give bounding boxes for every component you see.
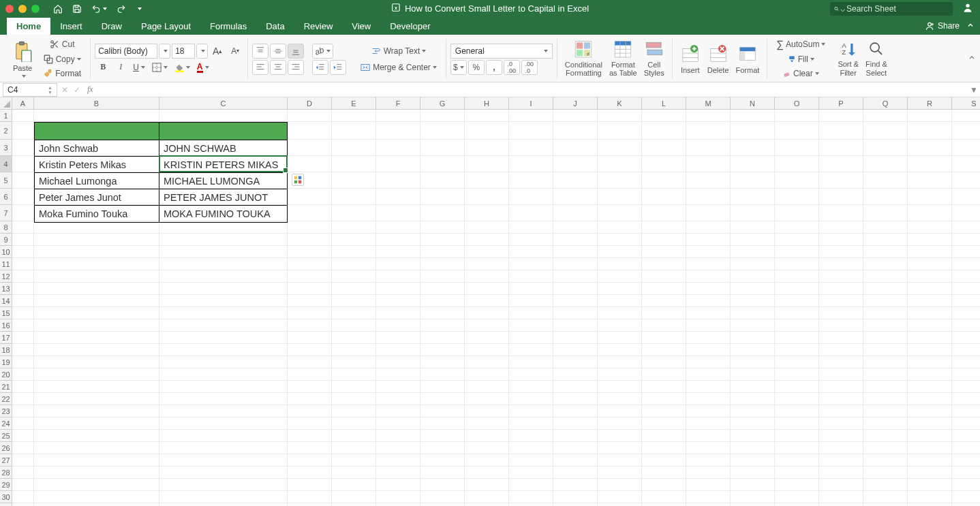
cell-G27[interactable]	[420, 454, 465, 467]
cell-P4[interactable]	[819, 156, 863, 172]
cell-E31[interactable]	[332, 503, 376, 506]
row-header-2[interactable]: 2	[0, 122, 12, 140]
cell-J4[interactable]	[553, 156, 598, 172]
cell-F16[interactable]	[376, 319, 420, 332]
comma-button[interactable]: ,	[486, 60, 502, 75]
format-painter-button[interactable]: Format	[38, 67, 86, 80]
cell-I17[interactable]	[509, 332, 553, 344]
cell-B27[interactable]	[34, 454, 159, 467]
cell-G31[interactable]	[420, 503, 465, 506]
col-header-H[interactable]: H	[465, 97, 509, 110]
cell-S24[interactable]	[952, 417, 980, 430]
col-header-O[interactable]: O	[775, 97, 819, 110]
cell-G28[interactable]	[420, 467, 465, 479]
cell-S6[interactable]	[952, 189, 980, 205]
cell-O15[interactable]	[775, 307, 819, 319]
cell-N13[interactable]	[731, 283, 775, 295]
cell-B8[interactable]	[34, 221, 159, 234]
cell-J12[interactable]	[553, 270, 598, 283]
cell-O22[interactable]	[775, 393, 819, 405]
autofill-options-button[interactable]	[292, 174, 304, 186]
cell-O28[interactable]	[775, 467, 819, 479]
increase-font-button[interactable]: A▴	[209, 44, 226, 59]
format-cells-button[interactable]: Format	[732, 37, 763, 80]
cell-I26[interactable]	[509, 442, 553, 454]
cell-O30[interactable]	[775, 491, 819, 503]
cell-R27[interactable]	[908, 454, 952, 467]
cell-S27[interactable]	[952, 454, 980, 467]
cell-B15[interactable]	[34, 307, 159, 319]
cell-C22[interactable]	[159, 393, 288, 405]
cell-D13[interactable]	[288, 283, 332, 295]
row-header-22[interactable]: 22	[0, 393, 12, 405]
cell-S1[interactable]	[952, 110, 980, 122]
row-header-29[interactable]: 29	[0, 479, 12, 491]
cell-P18[interactable]	[819, 344, 863, 356]
cell-K19[interactable]	[598, 356, 642, 368]
cell-G6[interactable]	[420, 189, 465, 205]
cell-styles-button[interactable]: Cell Styles	[641, 37, 668, 80]
cell-P11[interactable]	[819, 258, 863, 270]
cell-Q27[interactable]	[863, 454, 908, 467]
cell-L6[interactable]	[642, 189, 686, 205]
cell-S3[interactable]	[952, 140, 980, 156]
cell-K30[interactable]	[598, 491, 642, 503]
cell-B28[interactable]	[34, 467, 159, 479]
clear-button[interactable]: Clear	[771, 67, 830, 80]
cell-P5[interactable]	[819, 172, 863, 189]
cell-F4[interactable]	[376, 156, 420, 172]
row-header-6[interactable]: 6	[0, 189, 12, 205]
cell-M18[interactable]	[686, 344, 731, 356]
home-icon[interactable]	[53, 4, 63, 14]
cell-O3[interactable]	[775, 140, 819, 156]
cell-R29[interactable]	[908, 479, 952, 491]
cell-J1[interactable]	[553, 110, 598, 122]
zoom-window-button[interactable]	[31, 5, 40, 13]
col-header-A[interactable]: A	[12, 97, 34, 110]
spreadsheet-grid[interactable]: ABCDEFGHIJKLMNOPQRS 12345678910111213141…	[0, 97, 980, 506]
cell-G9[interactable]	[420, 234, 465, 246]
tab-insert[interactable]: Insert	[50, 18, 92, 35]
cell-A19[interactable]	[12, 356, 34, 368]
cell-G20[interactable]	[420, 368, 465, 381]
cell-R18[interactable]	[908, 344, 952, 356]
cell-M10[interactable]	[686, 246, 731, 258]
table-header-C[interactable]	[159, 123, 287, 140]
cell-D20[interactable]	[288, 368, 332, 381]
cell-M16[interactable]	[686, 319, 731, 332]
cell-B25[interactable]	[34, 430, 159, 442]
cell-K12[interactable]	[598, 270, 642, 283]
cell-P13[interactable]	[819, 283, 863, 295]
cell-E25[interactable]	[332, 430, 376, 442]
cell-N17[interactable]	[731, 332, 775, 344]
cell-A26[interactable]	[12, 442, 34, 454]
cell-O4[interactable]	[775, 156, 819, 172]
cell-N20[interactable]	[731, 368, 775, 381]
cell-C23[interactable]	[159, 405, 288, 417]
row-header-5[interactable]: 5	[0, 172, 12, 189]
col-header-L[interactable]: L	[642, 97, 686, 110]
cell-H1[interactable]	[465, 110, 509, 122]
cell-L28[interactable]	[642, 467, 686, 479]
decrease-font-button[interactable]: A▾	[227, 44, 243, 59]
cell-I15[interactable]	[509, 307, 553, 319]
cell-P24[interactable]	[819, 417, 863, 430]
cell-H26[interactable]	[465, 442, 509, 454]
col-header-F[interactable]: F	[376, 97, 420, 110]
row-header-28[interactable]: 28	[0, 467, 12, 479]
select-all-corner[interactable]	[0, 97, 12, 110]
cell-L27[interactable]	[642, 454, 686, 467]
cell-H23[interactable]	[465, 405, 509, 417]
cell-B31[interactable]	[34, 503, 159, 506]
cell-A30[interactable]	[12, 491, 34, 503]
cell-F22[interactable]	[376, 393, 420, 405]
cell-E6[interactable]	[332, 189, 376, 205]
cell-M21[interactable]	[686, 381, 731, 393]
cell-G2[interactable]	[420, 122, 465, 140]
col-header-I[interactable]: I	[509, 97, 553, 110]
name-box-stepper[interactable]: ▲▼	[48, 85, 52, 95]
cell-O29[interactable]	[775, 479, 819, 491]
cell-H5[interactable]	[465, 172, 509, 189]
cell-D26[interactable]	[288, 442, 332, 454]
cell-J26[interactable]	[553, 442, 598, 454]
